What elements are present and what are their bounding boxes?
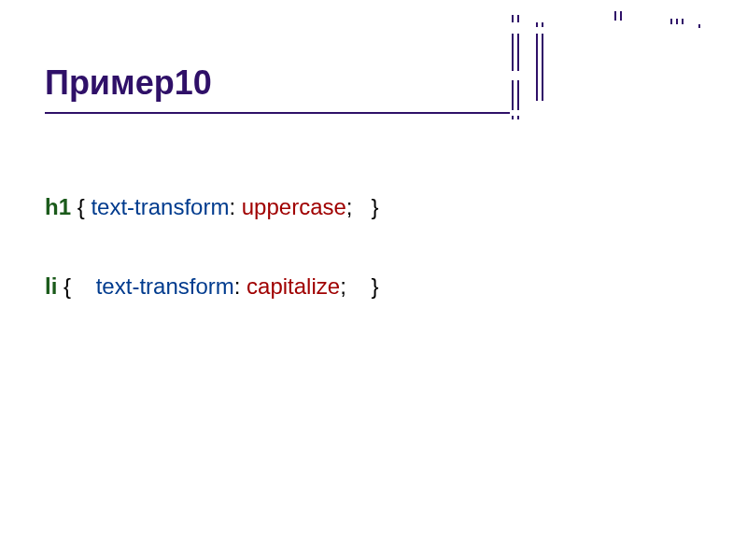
css-selector: h1 bbox=[45, 194, 71, 219]
css-value: uppercase bbox=[242, 194, 346, 219]
brace-open: { bbox=[71, 194, 91, 219]
css-property: text-transform bbox=[91, 194, 229, 219]
code-line-1: h1 { text-transform: uppercase; } bbox=[45, 196, 379, 218]
brace-close: } bbox=[371, 273, 378, 299]
css-property: text-transform bbox=[96, 273, 234, 299]
title-underline bbox=[45, 112, 510, 114]
code-line-2: li { text-transform: capitalize; } bbox=[45, 275, 379, 298]
slide-decoration bbox=[512, 9, 708, 119]
colon: : bbox=[229, 194, 241, 219]
css-selector: li bbox=[45, 273, 57, 299]
semicolon: ; bbox=[340, 273, 371, 299]
slide-title: Пример10 bbox=[45, 63, 212, 103]
colon: : bbox=[234, 273, 247, 299]
css-value: capitalize bbox=[247, 273, 340, 299]
semicolon: ; bbox=[346, 194, 372, 219]
brace-close: } bbox=[372, 194, 379, 219]
brace-open: { bbox=[57, 273, 95, 299]
